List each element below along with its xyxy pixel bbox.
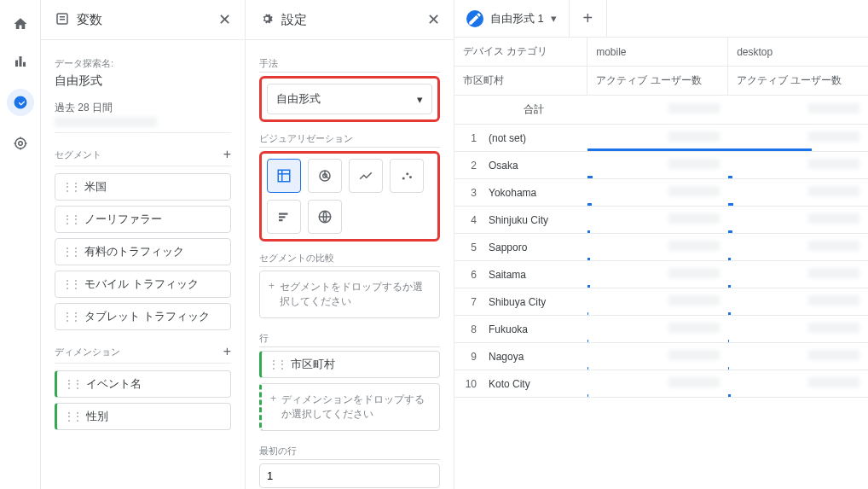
chevron-down-icon[interactable]: ▾	[551, 12, 557, 25]
svg-rect-19	[279, 216, 286, 218]
variables-title: 変数	[77, 12, 211, 28]
viz-bar-button[interactable]	[267, 200, 301, 234]
tab-bar: 自由形式 1 ▾ +	[454, 0, 868, 38]
grip-icon: ⋮⋮	[62, 278, 79, 290]
viz-scatter-button[interactable]	[390, 159, 424, 193]
gear-icon	[259, 11, 275, 29]
row-index: 10	[454, 370, 480, 398]
add-dimension-button[interactable]: +	[223, 344, 231, 359]
table-row[interactable]: 10Koto City	[454, 370, 868, 398]
row-mobile-cell	[587, 152, 728, 179]
data-table-wrap: デバイス カテゴリ mobile desktop 市区町村 アクティブ ユーザー…	[454, 38, 868, 489]
technique-highlight-box: 自由形式 ▾	[259, 76, 440, 122]
table-row[interactable]: 4Shinjuku City	[454, 207, 868, 234]
nav-reports-icon[interactable]	[10, 51, 31, 72]
tab-label: 自由形式 1	[490, 11, 544, 26]
main-canvas: 自由形式 1 ▾ + デバイス カテゴリ mobile desktop 市区町村…	[454, 0, 868, 489]
table-row[interactable]: 2Osaka	[454, 152, 868, 179]
table-row[interactable]: 3Yokohama	[454, 179, 868, 207]
row-city: Shibuya City	[480, 288, 587, 316]
grip-icon: ⋮⋮	[269, 358, 286, 370]
rows-dropzone[interactable]: + ディメンションをドロップするか選択してください	[259, 383, 440, 431]
nav-home-icon[interactable]	[10, 14, 31, 34]
rows-chip-city[interactable]: ⋮⋮ 市区町村	[259, 351, 440, 378]
dimension-chip[interactable]: ⋮⋮イベント名	[55, 370, 231, 398]
row-desktop-cell	[728, 234, 868, 261]
technique-select[interactable]: 自由形式 ▾	[267, 84, 432, 114]
settings-close-icon[interactable]: ✕	[427, 10, 440, 29]
chip-label: 有料のトラフィック	[84, 244, 184, 259]
chip-label: ノーリファラー	[84, 212, 162, 227]
segment-chip[interactable]: ⋮⋮有料のトラフィック	[55, 238, 231, 265]
settings-header: 設定 ✕	[246, 0, 454, 40]
add-segment-button[interactable]: +	[223, 147, 231, 162]
row-desktop-cell	[728, 288, 868, 316]
chip-label: モバイル トラフィック	[84, 277, 199, 292]
chip-label: タブレット トラフィック	[84, 309, 210, 324]
date-range-picker[interactable]: 過去 28 日間	[55, 96, 231, 133]
nav-explore-icon[interactable]	[7, 89, 34, 116]
row-city: Nagoya	[480, 343, 587, 370]
viz-geo-button[interactable]	[308, 200, 342, 234]
chip-label: 米国	[84, 179, 107, 195]
row-index: 9	[454, 343, 480, 370]
svg-rect-20	[279, 219, 283, 221]
tab-freeform-1[interactable]: 自由形式 1 ▾	[454, 0, 570, 37]
header-city: 市区町村	[454, 67, 587, 96]
svg-rect-18	[279, 213, 288, 215]
date-range-value-blurred	[55, 117, 157, 127]
svg-point-17	[409, 176, 412, 178]
segment-compare-label: セグメントの比較	[259, 252, 440, 267]
segment-chip[interactable]: ⋮⋮タブレット トラフィック	[55, 303, 231, 330]
row-mobile-cell	[587, 179, 728, 207]
plus-icon: +	[270, 393, 276, 405]
viz-line-button[interactable]	[349, 159, 383, 193]
svg-point-16	[406, 172, 408, 175]
segment-compare-dropzone[interactable]: + セグメントをドロップするか選択してください	[259, 271, 440, 318]
segment-chip[interactable]: ⋮⋮ノーリファラー	[55, 206, 231, 233]
start-row-input[interactable]	[259, 463, 440, 488]
svg-point-3	[15, 138, 26, 148]
dimensions-label: ディメンション	[55, 346, 120, 358]
segment-compare-placeholder: セグメントをドロップするか選択してください	[280, 280, 431, 309]
data-table: デバイス カテゴリ mobile desktop 市区町村 アクティブ ユーザー…	[454, 38, 868, 398]
svg-rect-1	[19, 56, 21, 67]
table-row[interactable]: 1(not set)	[454, 125, 868, 152]
row-index: 3	[454, 179, 480, 207]
segments-label: セグメント	[55, 148, 101, 161]
total-desktop-blurred	[808, 103, 859, 114]
exploration-name-label: データ探索名:	[55, 57, 231, 70]
viz-table-button[interactable]	[267, 159, 301, 193]
nav-target-icon[interactable]	[10, 133, 31, 154]
table-row[interactable]: 9Nagoya	[454, 343, 868, 370]
row-index: 4	[454, 207, 480, 234]
segment-chip[interactable]: ⋮⋮モバイル トラフィック	[55, 271, 231, 298]
rows-drop-placeholder: ディメンションをドロップするか選択してください	[281, 393, 431, 422]
chip-label: イベント名	[86, 376, 142, 392]
variables-icon	[55, 11, 70, 29]
variables-close-icon[interactable]: ✕	[218, 10, 231, 29]
table-row[interactable]: 8Fukuoka	[454, 316, 868, 343]
grip-icon: ⋮⋮	[64, 378, 81, 390]
row-mobile-cell	[587, 261, 728, 288]
rows-label: 行	[259, 332, 440, 347]
start-row-label: 最初の行	[259, 445, 440, 460]
row-mobile-cell	[587, 288, 728, 316]
row-desktop-cell	[728, 152, 868, 179]
svg-point-4	[18, 142, 22, 146]
viz-donut-button[interactable]	[308, 159, 342, 193]
table-row[interactable]: 7Shibuya City	[454, 288, 868, 316]
add-tab-button[interactable]: +	[570, 0, 607, 37]
exploration-name[interactable]: 自由形式	[55, 73, 231, 89]
table-row[interactable]: 5Sapporo	[454, 234, 868, 261]
table-row[interactable]: 6Saitama	[454, 261, 868, 288]
svg-rect-2	[23, 62, 26, 67]
segment-chip[interactable]: ⋮⋮米国	[55, 173, 231, 201]
grip-icon: ⋮⋮	[62, 213, 79, 225]
header-desktop: desktop	[728, 38, 868, 67]
edit-icon	[466, 10, 483, 27]
dimension-chip[interactable]: ⋮⋮性別	[55, 403, 231, 430]
row-index: 5	[454, 234, 480, 261]
variables-panel: 変数 ✕ データ探索名: 自由形式 過去 28 日間 セグメント + ⋮⋮米国⋮…	[41, 0, 246, 489]
header-device-category: デバイス カテゴリ	[454, 38, 587, 67]
